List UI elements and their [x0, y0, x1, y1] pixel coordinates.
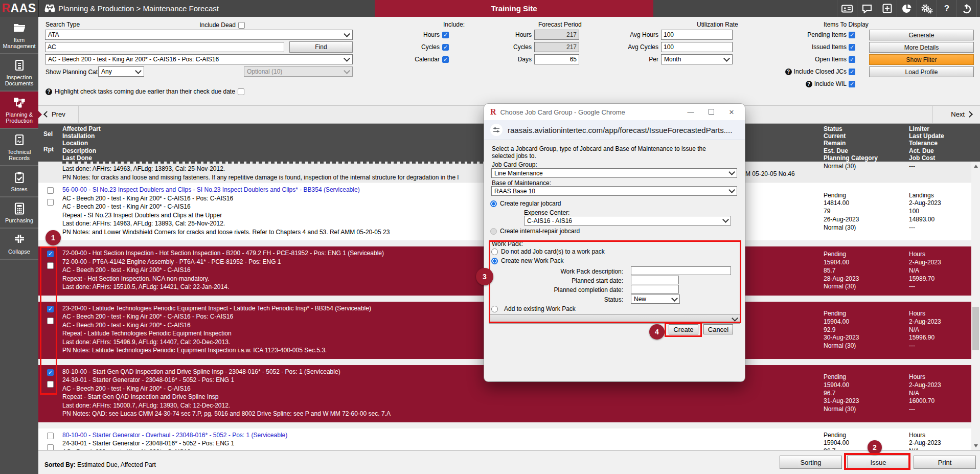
search-type-select[interactable]: ATA: [45, 30, 353, 40]
site-settings-icon[interactable]: [490, 124, 503, 136]
highlight-checkbox[interactable]: [238, 88, 244, 95]
chevron-down-icon: [344, 55, 350, 62]
new-window-icon[interactable]: [877, 0, 897, 17]
radio-unselected-icon[interactable]: [490, 228, 497, 235]
limiter-value: N/A: [909, 390, 971, 398]
limiter-value: N/A: [909, 326, 971, 334]
task-link[interactable]: 56-00-00 - SI No.23 Inspect Doublers and…: [62, 186, 360, 193]
job-card-group-select[interactable]: Line Maintenance: [491, 168, 737, 178]
include-calendar-checkbox[interactable]: ✓: [442, 56, 449, 63]
raas-logo[interactable]: RAAS: [0, 0, 39, 17]
scroll-down-arrow[interactable]: [971, 441, 980, 450]
forecast-hours-label: Hours: [515, 31, 532, 38]
row-status-column: Normal (30): [824, 162, 909, 182]
status-value: Normal (30): [824, 163, 909, 171]
search-input[interactable]: [45, 42, 284, 52]
sidebar-item-collapse[interactable]: Collapse: [0, 229, 38, 260]
pending-items-checkbox[interactable]: ✓: [849, 32, 855, 38]
include-closed-jcs-checkbox[interactable]: ✓: [849, 69, 855, 75]
radio-selected-icon[interactable]: [490, 200, 497, 207]
maximize-icon[interactable]: [703, 108, 719, 116]
task-link[interactable]: 80-10-00 - Starter Generator - Overhaul …: [62, 432, 287, 439]
scrollbar-thumb[interactable]: [972, 307, 979, 350]
help-icon[interactable]: ?: [45, 88, 52, 95]
utilization-avg-cycles-input[interactable]: [661, 42, 733, 52]
scroll-up-arrow[interactable]: [971, 162, 980, 170]
row-text-line: AC - Beech 200 - test - King Air 200* - …: [62, 195, 233, 202]
help-icon[interactable]: ?: [785, 69, 792, 75]
sidebar-item-technical-records[interactable]: Technical Records: [0, 129, 38, 166]
expense-center-select[interactable]: C-AIS16 - AIS16: [524, 216, 731, 225]
row-rpt-checkbox[interactable]: [47, 444, 54, 450]
vertical-scrollbar[interactable]: [971, 162, 980, 450]
create-internal-repair-option[interactable]: Create internal-repair jobcard: [490, 228, 580, 235]
utilization-per-label: Per: [649, 56, 658, 63]
row-select-checkbox[interactable]: [47, 187, 54, 194]
column-header-act-due: Act. Due: [909, 147, 980, 154]
help-icon[interactable]: ?: [937, 0, 956, 17]
show-planning-cat-label: Show Planning Cat.: [45, 69, 99, 76]
sidebar-item-label: Technical Records: [1, 149, 37, 161]
column-header-tolerance: Tolerance: [909, 140, 980, 147]
forecast-days-input[interactable]: [534, 54, 579, 64]
show-filter-button[interactable]: Show Filter: [869, 54, 974, 65]
create-regular-jobcard-option[interactable]: Create regular jobcard: [490, 200, 561, 207]
settings-gears-icon[interactable]: [917, 0, 937, 17]
highlight-label: Highlight check tasks coming due earlier…: [55, 88, 235, 95]
help-icon[interactable]: ?: [806, 81, 812, 87]
sidebar-item-inspection-documents[interactable]: Inspection Documents: [0, 54, 38, 92]
annotation-rect-work-pack: [489, 240, 741, 323]
open-items-checkbox[interactable]: ✓: [849, 56, 855, 63]
include-dead-checkbox[interactable]: [238, 22, 245, 29]
sidebar-item-label: Collapse: [1, 249, 37, 255]
aircraft-select[interactable]: AC - Beech 200 - test - King Air 200* - …: [45, 54, 353, 64]
cancel-button[interactable]: Cancel: [703, 324, 733, 334]
sorting-button[interactable]: Sorting: [780, 456, 842, 469]
include-cycles-checkbox[interactable]: ✓: [442, 44, 449, 51]
status-value: 28-Aug-2023: [824, 275, 909, 283]
sidebar-item-label: Stores: [1, 186, 37, 192]
status-value: Pending: [824, 432, 909, 440]
id-card-icon[interactable]: [837, 0, 857, 17]
column-header-planning-category: Planning Category: [824, 154, 909, 162]
column-header-last-update: Last Update: [909, 132, 980, 140]
close-icon[interactable]: ✕: [723, 108, 740, 116]
row-select-checkbox[interactable]: [47, 433, 54, 439]
status-value: Pending: [824, 310, 909, 318]
popup-url-bar[interactable]: raasais.aviationintertec.com/app/forecas…: [484, 120, 745, 140]
row-rpt-checkbox[interactable]: [47, 199, 54, 206]
include-wil-checkbox[interactable]: ✓: [849, 81, 855, 87]
load-profile-button[interactable]: Load Profile: [869, 66, 974, 77]
pie-chart-icon[interactable]: [897, 0, 917, 17]
sidebar-item-stores[interactable]: Stores: [0, 166, 38, 197]
status-value: 26-Aug-2023: [824, 216, 909, 224]
next-link[interactable]: Next: [951, 110, 972, 118]
row-text-line: AC - Beech 200 - test - King Air 200* - …: [62, 322, 191, 329]
sidebar-item-purchasing[interactable]: Purchasing: [0, 197, 38, 229]
sidebar-item-planning-production[interactable]: Planning & Production: [0, 92, 38, 129]
display-open-items-label: Open Items: [815, 56, 847, 63]
table-row: 80-10-00 - Starter Generator - Overhaul …: [38, 428, 971, 450]
limiter-value: N/A: [909, 267, 971, 275]
forecast-hours-row: Hours: [515, 30, 579, 40]
minimize-icon[interactable]: —: [682, 108, 699, 116]
utilization-per-row: PerMonth: [649, 54, 733, 64]
sidebar-item-item-management[interactable]: Item Management: [0, 17, 38, 54]
print-button[interactable]: Print: [914, 456, 976, 469]
find-button[interactable]: Find: [289, 41, 353, 53]
per-period-select[interactable]: Month: [661, 54, 733, 64]
issued-items-checkbox[interactable]: ✓: [849, 44, 855, 51]
utilization-avg-hours-input[interactable]: [661, 30, 733, 40]
prev-link[interactable]: Prev: [44, 110, 65, 118]
more-details-button[interactable]: More Details: [869, 42, 974, 53]
base-of-maintenance-select[interactable]: RAAS Base 10: [491, 186, 737, 196]
generate-button[interactable]: Generate: [869, 30, 974, 40]
include-hours-checkbox[interactable]: ✓: [442, 32, 449, 38]
power-icon[interactable]: [956, 0, 977, 17]
sidebar-item-label: Item Management: [1, 37, 37, 49]
popup-title-bar[interactable]: R Choose Job Card Group - Google Chrome …: [484, 104, 745, 120]
chevron-down-icon: [723, 55, 730, 62]
limiter-value: Hours: [909, 373, 971, 381]
planning-cat-select[interactable]: Any: [98, 66, 144, 77]
chat-icon[interactable]: [857, 0, 877, 17]
